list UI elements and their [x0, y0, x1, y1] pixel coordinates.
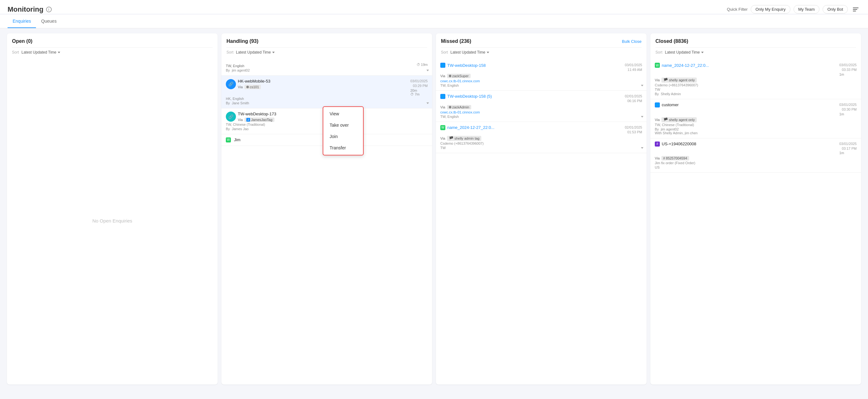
quick-filter-label: Quick Filter	[727, 7, 748, 12]
handling-card-3-avatar: 🔗	[226, 111, 236, 122]
missed-card-1[interactable]: 🌐 TW-webDesktop-158 03/01/202511:49 AM V…	[436, 60, 647, 91]
closed-card-2[interactable]: 🌐 customer 03/01/202503:30 PM 1m Via 🏴sh…	[650, 99, 861, 138]
context-menu-transfer[interactable]: Transfer	[323, 142, 363, 154]
handling-card-2-lang: HK, English	[226, 97, 428, 101]
closed-card-2-via: Via 🏴shelly agent only	[655, 117, 857, 122]
handling-card-2-by: By Jane Smith	[226, 101, 428, 105]
handling-column: Handling (93) Sort Latest Updated Time T…	[221, 33, 432, 385]
closed-column-title: Closed (8836)	[655, 38, 688, 44]
my-team-button[interactable]: My Team	[794, 5, 820, 13]
open-empty-state: No Open Enquiries	[7, 60, 218, 382]
context-menu: View Take over Join Transfer	[323, 106, 364, 155]
open-column: Open (0) Sort Latest Updated Time No Ope…	[7, 33, 218, 385]
only-bot-button[interactable]: Only Bot	[823, 5, 848, 13]
info-icon[interactable]: i	[46, 7, 52, 12]
handling-column-header: Handling (93) Sort Latest Updated Time	[221, 33, 432, 57]
closed-card-1-by: By Shelly Admin	[655, 92, 857, 96]
handling-sort-label: Sort	[226, 50, 234, 55]
handling-column-title: Handling (93)	[226, 38, 258, 44]
closed-card-2-date: 03/01/202503:30 PM	[839, 102, 857, 112]
closed-card-3-via: Via # 85257004594	[655, 156, 857, 160]
handling-card-1-by: By jim agent02	[226, 68, 250, 72]
handling-card-2-time1: 20m	[410, 89, 428, 92]
closed-card-1-lang: TW	[655, 88, 857, 91]
handling-card-1-time: ⏱ 19m	[417, 63, 428, 67]
missed-sort-dropdown[interactable]: Latest Updated Time	[451, 50, 642, 55]
closed-card-1-name: name_2024-12-27_22:0...	[662, 63, 709, 68]
closed-card-1-channel-icon: W	[655, 63, 660, 68]
page-header: Monitoring i Quick Filter Only My Enquir…	[0, 0, 868, 13]
handling-card-2[interactable]: 🔗 HK-webMobile-53 Via cs101 03/01/202503…	[221, 76, 432, 108]
missed-card-3-extra: Csdemo (+8613764396007)	[440, 141, 642, 145]
handling-card-3[interactable]: 🔗 TW-webDesktop-173 Via J JamesJaoTag	[221, 108, 432, 134]
closed-card-3[interactable]: # US-+19406220008 03/01/202503:17 PM 1m …	[650, 138, 861, 173]
missed-card-2[interactable]: 🌐 TW-webDesktop-158 (5) 02/01/202506:16 …	[436, 91, 647, 122]
handling-card-2-expand[interactable]	[427, 100, 429, 105]
closed-card-1-via: Via 🏴shelly agent only	[655, 77, 857, 82]
closed-sort-label: Sort	[655, 50, 662, 55]
handling-card-2-time2: ⏱ 7m	[410, 92, 428, 96]
advanced-filter-icon[interactable]	[851, 6, 861, 13]
tab-enquiries[interactable]: Enquiries	[7, 15, 36, 28]
closed-sort-dropdown[interactable]: Latest Updated Time	[665, 50, 856, 55]
handling-card-3-via: Via J JamesJaoTag	[238, 118, 276, 122]
missed-sort-chevron-icon	[487, 52, 489, 53]
tab-queues[interactable]: Queues	[36, 15, 62, 28]
closed-card-3-time-ago: 1m	[839, 151, 857, 155]
missed-card-2-name: TW-webDesktop-158 (5)	[447, 94, 492, 99]
page-title-area: Monitoring i	[7, 5, 52, 13]
open-sort-value: Latest Updated Time	[22, 50, 57, 55]
context-menu-takeover[interactable]: Take over	[323, 120, 363, 131]
open-sort-chevron-icon	[58, 52, 60, 53]
missed-card-1-link: cxwc.cx.tb-01.cinnox.com	[440, 79, 642, 83]
missed-column-header: Missed (236) Bulk Close Sort Latest Upda…	[436, 33, 647, 57]
closed-sort-chevron-icon	[701, 52, 704, 53]
missed-sort-label: Sort	[441, 50, 448, 55]
missed-card-3[interactable]: W name_2024-12-27_22:0... 02/01/202501:5…	[436, 122, 647, 154]
handling-sort-chevron-icon	[272, 52, 275, 53]
open-sort-label: Sort	[12, 50, 19, 55]
closed-card-2-with: With Shelly Admin, jim chen	[655, 131, 857, 135]
closed-column-header: Closed (8836) Sort Latest Updated Time	[650, 33, 861, 57]
handling-card-3-name: TW-webDesktop-173	[238, 111, 276, 116]
handling-card-4-name: Jim	[234, 137, 240, 142]
closed-sort-value: Latest Updated Time	[665, 50, 700, 55]
closed-card-2-channel-icon: 🌐	[655, 102, 660, 107]
missed-card-1-date: 03/01/202511:49 AM	[625, 63, 642, 72]
quick-filter-area: Quick Filter Only My Enquiry My Team Onl…	[727, 5, 861, 13]
handling-card-1-lang: TW, English	[226, 64, 250, 68]
missed-card-2-expand[interactable]	[641, 114, 644, 119]
missed-card-2-date: 02/01/202506:16 PM	[625, 94, 642, 104]
missed-card-2-via: Via zackAdmin	[440, 105, 642, 109]
closed-card-2-name: customer	[662, 102, 678, 107]
closed-card-3-name: US-+19406220008	[662, 141, 696, 146]
missed-card-3-via: Via 🏴shelly admin tag	[440, 136, 642, 141]
only-my-enquiry-button[interactable]: Only My Enquiry	[751, 5, 790, 13]
missed-card-3-channel-icon: W	[440, 125, 445, 130]
handling-sort-value: Latest Updated Time	[236, 50, 271, 55]
missed-column-body: 🌐 TW-webDesktop-158 03/01/202511:49 AM V…	[436, 57, 647, 385]
closed-card-3-extra: Jim fix order (Fixed Order)	[655, 161, 857, 165]
missed-card-3-expand[interactable]	[641, 145, 644, 150]
handling-card-1[interactable]: TW, English By jim agent02 ⏱ 19m	[221, 60, 432, 76]
missed-card-1-lang: TW, English	[440, 84, 642, 87]
handling-card-2-name: HK-webMobile-53	[238, 79, 270, 84]
missed-card-1-expand[interactable]	[641, 82, 644, 87]
closed-column: Closed (8836) Sort Latest Updated Time W…	[650, 33, 861, 385]
handling-sort-dropdown[interactable]: Latest Updated Time	[236, 50, 427, 55]
closed-card-1[interactable]: W name_2024-12-27_22:0... 03/01/202503:3…	[650, 60, 861, 99]
missed-column-title: Missed (236)	[441, 38, 471, 44]
missed-card-3-date: 02/01/202501:53 PM	[625, 125, 642, 135]
closed-card-3-lang: US	[655, 165, 857, 169]
context-menu-join[interactable]: Join	[323, 131, 363, 142]
expand-chevron-icon	[427, 70, 429, 71]
missed-card-3-name: name_2024-12-27_22:0...	[447, 125, 495, 130]
open-sort-dropdown[interactable]: Latest Updated Time	[22, 50, 213, 55]
expand-chevron-icon-m1	[641, 85, 644, 86]
closed-card-3-date: 03/01/202503:17 PM	[839, 141, 857, 151]
missed-card-1-channel-icon: 🌐	[440, 63, 445, 68]
context-menu-view[interactable]: View	[323, 108, 363, 120]
handling-card-1-expand[interactable]	[427, 67, 429, 72]
open-column-body: No Open Enquiries	[7, 57, 218, 385]
bulk-close-button[interactable]: Bulk Close	[622, 39, 642, 44]
